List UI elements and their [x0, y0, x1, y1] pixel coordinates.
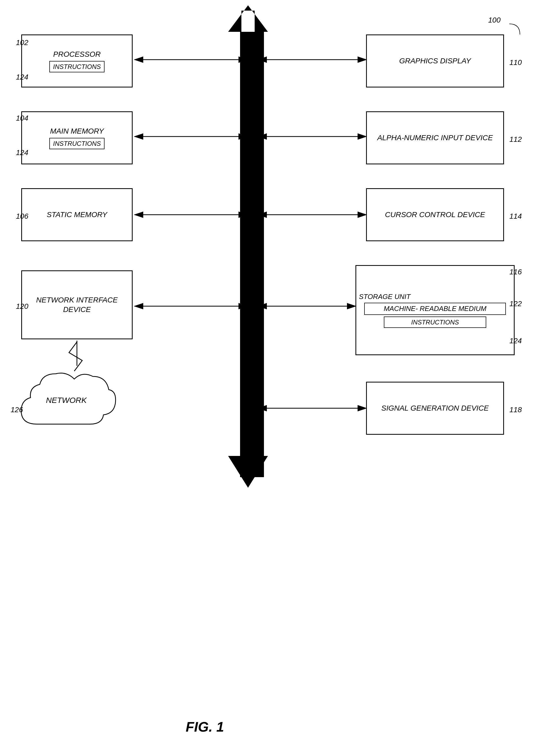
- alpha-numeric-box: ALPHA-NUMERIC INPUT DEVICE: [366, 111, 504, 164]
- static-memory-box: STATIC MEMORY: [21, 188, 133, 241]
- network-interface-box: NETWORK INTERFACE DEVICE: [21, 270, 133, 339]
- ref-126: 126: [11, 406, 23, 414]
- alpha-numeric-label: ALPHA-NUMERIC INPUT DEVICE: [377, 133, 493, 143]
- storage-unit-label: STORAGE UNIT: [356, 292, 411, 301]
- cursor-control-label: CURSOR CONTROL DEVICE: [385, 210, 485, 219]
- ref-118: 118: [509, 406, 522, 414]
- cursor-control-box: CURSOR CONTROL DEVICE: [366, 188, 504, 241]
- graphics-display-box: GRAPHICS DISPLAY: [366, 34, 504, 87]
- svg-marker-5: [228, 5, 268, 32]
- main-memory-box: MAIN MEMORY INSTRUCTIONS: [21, 111, 133, 164]
- figure-label: FIG. 1: [186, 719, 224, 735]
- bus-label: BUS: [247, 212, 264, 222]
- ref-112: 112: [509, 135, 522, 144]
- ref-116: 116: [509, 268, 522, 276]
- main-memory-inner: INSTRUCTIONS: [49, 138, 104, 149]
- main-memory-label: MAIN MEMORY: [50, 126, 104, 136]
- machine-readable-inner: MACHINE- READABLE MEDIUM: [364, 303, 506, 315]
- network-interface-label: NETWORK INTERFACE DEVICE: [22, 295, 132, 315]
- network-cloud: NETWORK: [16, 366, 117, 440]
- ref-110: 110: [509, 58, 522, 67]
- processor-box: PROCESSOR INSTRUCTIONS: [21, 34, 133, 87]
- ref-124a: 124: [16, 73, 28, 81]
- ref-124b: 124: [16, 148, 28, 157]
- svg-rect-6: [240, 32, 264, 477]
- ref-100: 100: [488, 16, 501, 24]
- processor-label: PROCESSOR: [53, 50, 101, 59]
- ref-106: 106: [16, 212, 28, 221]
- svg-text:NETWORK: NETWORK: [46, 396, 87, 405]
- static-memory-label: STATIC MEMORY: [47, 210, 107, 219]
- ref-122: 122: [509, 300, 522, 308]
- signal-generation-label: SIGNAL GENERATION DEVICE: [381, 403, 489, 413]
- storage-unit-box: STORAGE UNIT MACHINE- READABLE MEDIUM IN…: [356, 265, 515, 355]
- graphics-display-label: GRAPHICS DISPLAY: [399, 56, 471, 66]
- processor-inner: INSTRUCTIONS: [49, 61, 104, 72]
- storage-instructions-inner: INSTRUCTIONS: [384, 317, 486, 328]
- ref-124c: 124: [509, 337, 522, 345]
- signal-generation-box: SIGNAL GENERATION DEVICE: [366, 382, 504, 435]
- ref-102: 102: [16, 38, 28, 47]
- ref-114: 114: [509, 212, 522, 221]
- ref-120: 120: [16, 302, 28, 311]
- svg-marker-7: [228, 456, 268, 488]
- ref-104: 104: [16, 114, 28, 122]
